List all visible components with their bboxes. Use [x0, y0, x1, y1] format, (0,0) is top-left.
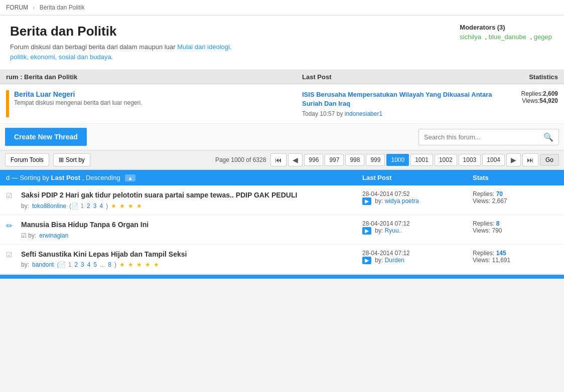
forum-title-section: Berita dan Politik Forum diskusi dan ber… [10, 24, 241, 62]
first-page-button[interactable]: ⏮ [270, 153, 287, 166]
search-button[interactable]: 🔍 [538, 129, 558, 145]
replies-link[interactable]: 70 [496, 190, 503, 198]
create-new-thread-button[interactable]: Create New Thread [5, 128, 87, 146]
breadcrumb-forum-link[interactable]: FORUM [6, 4, 28, 11]
next-page-button[interactable]: ▶ [506, 153, 521, 166]
replies-link[interactable]: 8 [496, 220, 500, 227]
pages-label: (📄 1 [69, 203, 84, 210]
grid-icon: ⊞ [59, 156, 64, 163]
forum-desc-line1: Forum diskusi dan berbagi berita dari da… [10, 43, 176, 51]
sort-prefix: d — Sorting by [6, 174, 51, 181]
thread-author-link[interactable]: erwinagian [39, 232, 68, 239]
thread-author-link[interactable]: toko88online [32, 203, 66, 210]
page-996-button[interactable]: 996 [304, 154, 323, 166]
star-1: ★ [111, 203, 116, 210]
subforum-lastpost-meta: Today 10:57 by indonesiaber1 [302, 110, 493, 117]
lastpost-date: 28-04-2014 07:52 [362, 190, 473, 198]
pencil-icon: ✏ [6, 222, 13, 230]
col-stats-header: Statistics [493, 73, 558, 81]
thread-toolbar: Create New Thread 🔍 [0, 124, 564, 150]
replies-link[interactable]: 145 [496, 250, 506, 257]
thread-stats: Replies: 70 Views: 2,667 [473, 190, 558, 205]
page-link-2[interactable]: 2 [74, 261, 78, 268]
lastpost-user-link[interactable]: Durden [385, 257, 404, 264]
last-page-button[interactable]: ⏭ [522, 153, 538, 166]
checkbox-icon: ☑ [6, 251, 13, 259]
page-997-button[interactable]: 997 [325, 154, 344, 166]
sort-label: d — Sorting by Last Post , Descending ▲ [6, 174, 362, 181]
moderator-blue-danube[interactable]: blue_danube [489, 33, 526, 41]
star-4: ★ [145, 261, 151, 268]
prev-page-button[interactable]: ◀ [288, 153, 303, 166]
thread-replies: Replies: 8 [473, 220, 558, 227]
thread-author-link[interactable]: bandont [32, 261, 54, 268]
moderators-names: sichilya , blue_danube , gegep [460, 33, 554, 41]
sort-direction: Descending [86, 174, 120, 181]
page-link-2[interactable]: 2 [87, 203, 90, 210]
subforum-lastpost-col: ISIS Berusaha Mempersatukan Wilayah Yang… [302, 90, 493, 117]
thread-pencil-icon-wrapper: ✏ [6, 221, 17, 231]
star-1: ★ [119, 261, 125, 268]
subforum-forum-col: Berita Luar Negeri Tempat diskusi mengen… [14, 90, 302, 106]
lastpost-user: ▶ by: Ryuu.. [362, 227, 473, 235]
page-link-3[interactable]: 3 [81, 261, 84, 268]
thread-by-label: ☑ by: [21, 232, 36, 239]
page-link-4[interactable]: 4 [87, 261, 91, 268]
page-1002-button[interactable]: 1002 [435, 154, 457, 166]
pages-end: ) [106, 203, 108, 210]
breadcrumb-separator: › [33, 4, 35, 11]
page-link-5[interactable]: 5 [93, 261, 97, 268]
sort-by-button[interactable]: ⊞ Sort by [53, 153, 90, 166]
star-4: ★ [136, 203, 142, 210]
page-999-button[interactable]: 999 [366, 154, 385, 166]
sorting-header: d — Sorting by Last Post , Descending ▲ … [0, 170, 564, 185]
forum-tools-button[interactable]: Forum Tools [5, 153, 49, 166]
page-link-3[interactable]: 3 [93, 203, 97, 210]
thread-by-label: by: [21, 261, 29, 268]
thread-row: ☑ Sefti Sanustika Kini Lepas Hijab dan T… [0, 245, 564, 274]
breadcrumb-section: Berita dan Politik [40, 4, 85, 11]
lastpost-arrow-icon: ▶ [362, 257, 371, 264]
forum-description: Forum diskusi dan berbagi berita dari da… [10, 42, 241, 62]
go-button[interactable]: Go [540, 154, 559, 166]
subforum-name-link[interactable]: Berita Luar Negeri [14, 90, 75, 98]
subforum-indicator [6, 90, 9, 117]
subforum-lastpost-link[interactable]: ISIS Berusaha Mempersatukan Wilayah Yang… [302, 91, 492, 107]
col-lastpost-header: Last Post [302, 73, 493, 81]
moderator-gegep[interactable]: gegep [534, 33, 552, 41]
thread-meta: by: toko88online (📄 1 2 3 4 ) ★ ★ ★ ★ [21, 203, 362, 210]
lastpost-user-link[interactable]: Ryuu.. [385, 227, 402, 234]
page-1000-button[interactable]: 1000 [386, 154, 409, 166]
subforum-lastpost-user[interactable]: indonesiaber1 [345, 110, 382, 117]
page-1004-button[interactable]: 1004 [482, 154, 505, 166]
search-input[interactable] [419, 129, 538, 145]
thread-lastpost: 28-04-2014 07:52 ▶ by: widya poetra [362, 190, 473, 205]
lastpost-user-link[interactable]: widya poetra [385, 198, 419, 205]
thread-replies: Replies: 70 [473, 190, 558, 198]
thread-views: Views: 2,667 [473, 198, 558, 205]
subforum-replies: Replies:2,609 [493, 90, 558, 97]
moderators-label: Moderators (3) [460, 24, 554, 31]
star-3: ★ [136, 261, 142, 268]
page-1001-button[interactable]: 1001 [410, 154, 433, 166]
sort-separator: , [82, 174, 86, 181]
page-link-4[interactable]: 4 [99, 203, 103, 210]
thread-list-toolbar: Forum Tools ⊞ Sort by Page 1000 of 6328 … [0, 150, 564, 170]
subforum-name: Berita Luar Negeri [14, 90, 302, 98]
thread-row: ☑ Saksi PDIP 2 Hari gak tidur pelototin … [0, 185, 564, 215]
thread-stats: Replies: 145 Views: 11,691 [473, 250, 558, 264]
lastpost-user: ▶ by: Durden [362, 257, 473, 264]
moderator-sichilya[interactable]: sichilya [460, 33, 481, 41]
breadcrumb: FORUM › Berita dan Politik [0, 0, 564, 16]
checkbox-icon: ☑ [6, 191, 13, 200]
page-998-button[interactable]: 998 [345, 154, 364, 166]
page-link-8[interactable]: 8 [108, 261, 111, 268]
forum-header: Berita dan Politik Forum diskusi dan ber… [0, 16, 564, 70]
page-1003-button[interactable]: 1003 [459, 154, 481, 166]
thread-views: Views: 11,691 [473, 257, 558, 264]
subforum-views: Views:54,920 [493, 97, 558, 104]
subforum-table: rum : Berita dan Politik Last Post Stati… [0, 70, 564, 124]
lastpost-date: 28-04-2014 07:12 [362, 250, 473, 257]
thread-stats: Replies: 8 Views: 790 [473, 220, 558, 234]
thread-row: ✏ Manusia Bisa Hidup Tanpa 6 Organ Ini ☑… [0, 215, 564, 245]
